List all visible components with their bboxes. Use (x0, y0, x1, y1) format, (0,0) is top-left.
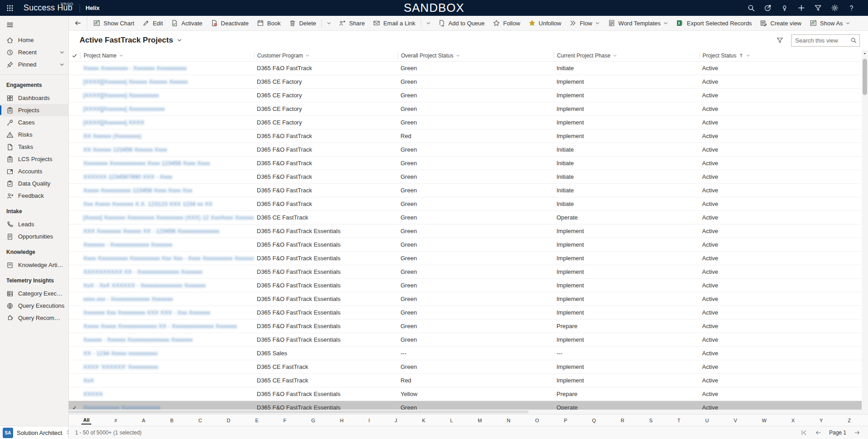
command-button[interactable] (323, 17, 335, 29)
alphabet-letter-button[interactable]: T (675, 417, 682, 424)
table-row[interactable]: [XXXX][Xxxxxxx] Xxxxxxxxxxxx D365 CE Fac… (69, 102, 862, 116)
row-checkbox[interactable] (69, 279, 80, 292)
select-all-checkbox[interactable] (69, 52, 80, 59)
table-row[interactable]: Xxx Xxxxx Xxxxxxx X.X. 123123 XXX 1234 x… (69, 197, 862, 211)
project-name-link[interactable]: [XXXX][Xxxxxxx] Xxxxxxxxxxxx (80, 105, 254, 112)
new-record-icon[interactable] (793, 0, 810, 16)
search-input[interactable] (795, 37, 850, 44)
row-checkbox[interactable] (69, 157, 80, 170)
table-row[interactable]: Xxxxxxx - Xxxxxxxxxxxxx Xxxxxxx D365 F&O… (69, 238, 862, 252)
previous-page-icon[interactable] (815, 429, 822, 436)
command-button[interactable]: Unfollow (524, 17, 566, 29)
table-row[interactable]: XXX Xxxxxxxx Xxxxxx XX - 123456 Xxxxxxxx… (69, 224, 862, 238)
command-button[interactable]: Share (335, 17, 369, 29)
alphabet-letter-button[interactable]: R (619, 417, 626, 424)
area-switcher[interactable]: SA Solution Architect (0, 426, 68, 439)
table-row[interactable]: [Xxxxx] Xxxxxxx Xxxxxxxxx Xxxxxxxxx (XXX… (69, 211, 862, 224)
view-search-box[interactable] (791, 34, 860, 47)
command-button[interactable] (423, 17, 434, 29)
row-checkbox[interactable] (69, 197, 80, 210)
row-checkbox[interactable] (69, 360, 80, 373)
command-button[interactable] (421, 19, 421, 27)
alphabet-letter-button[interactable]: X (790, 417, 797, 424)
vertical-scrollbar[interactable] (862, 50, 868, 414)
alphabet-letter-button[interactable]: G (309, 417, 317, 424)
row-checkbox[interactable] (69, 211, 80, 224)
ideas-icon[interactable] (776, 0, 793, 16)
alphabet-letter-button[interactable]: U (703, 417, 711, 424)
row-checkbox[interactable] (69, 116, 80, 129)
command-button[interactable]: Edit (138, 17, 167, 29)
command-button[interactable]: Book (253, 17, 285, 29)
row-checkbox[interactable] (69, 143, 80, 156)
alphabet-letter-button[interactable]: V (732, 417, 739, 424)
project-name-link[interactable]: XXXXX (80, 391, 254, 397)
alphabet-letter-button[interactable]: Z (846, 417, 853, 424)
horizontal-scrollbar[interactable] (69, 410, 862, 414)
table-row[interactable]: XXXXXXXXXX XX - Xxxxxxxxxxxxxx Xxxxxxx D… (69, 265, 862, 279)
row-checkbox[interactable] (69, 374, 80, 387)
table-row[interactable]: [XXXX][Xxxxxxx] XXXX D365 CE Factory Gre… (69, 116, 862, 129)
alphabet-letter-button[interactable]: D (225, 417, 232, 424)
project-name-link[interactable]: Xxxxxxxx Xxxxxxxxxxxx Xxxx 123456 Xxxx X… (80, 160, 254, 167)
table-row[interactable]: [XXXX][Xxxxxxx] Xxxxxxxxxx D365 CE Facto… (69, 89, 862, 102)
project-name-link[interactable]: Xxxx Xxxxxxxxxx Xxxxxxxxxx Xxx Xxx - Xxx… (80, 255, 254, 262)
project-name-link[interactable]: Xxxxxxx Xxx Xxxxxxxxx XXX XXX - Xxx Xxxx… (80, 309, 254, 316)
alphabet-letter-button[interactable]: M (476, 417, 484, 424)
command-button[interactable]: Show Chart (89, 17, 138, 29)
row-checkbox[interactable] (69, 252, 80, 265)
project-name-link[interactable]: XXXX 'XXXXXX' Xxxxxxxxxx (80, 363, 254, 370)
sidebar-item[interactable]: Recent (0, 46, 68, 58)
project-name-link[interactable]: Xxxxxx - Xxxxxx Xxxxxxxxxxxxxx Xxxxxxx (80, 336, 254, 343)
column-header[interactable]: Current Project Phase (554, 52, 699, 59)
command-button[interactable]: Flow (565, 17, 604, 29)
sidebar-item[interactable]: Home (0, 34, 68, 46)
sidebar-item[interactable]: Category Executions (0, 287, 68, 300)
table-row[interactable]: Xxxxxxx Xxx Xxxxxxxxx XXX XXX - Xxx Xxxx… (69, 306, 862, 320)
alphabet-letter-button[interactable]: H (338, 417, 345, 424)
command-button[interactable]: Follow (489, 17, 524, 29)
project-name-link[interactable]: [Xxxxx] Xxxxxxx Xxxxxxxxx Xxxxxxxxx (XXX… (80, 214, 254, 221)
table-row[interactable]: XXXXXX 1234567890 XXX - Xxxx D365 F&O Fa… (69, 170, 862, 184)
row-checkbox[interactable] (69, 129, 80, 143)
project-name-link[interactable]: XX Xxxxxx 123456 Xxxxxx Xxxx (80, 146, 254, 153)
alphabet-letter-button[interactable]: J (393, 417, 399, 424)
command-button[interactable]: Delete (285, 17, 321, 29)
guided-tasks-icon[interactable] (760, 0, 776, 16)
scroll-up-arrow-icon[interactable] (862, 51, 868, 57)
sidebar-item[interactable]: Opportunities (0, 230, 68, 243)
sidebar-item[interactable]: Query Recommendat... (0, 312, 68, 324)
row-checkbox[interactable] (69, 62, 80, 75)
project-name-link[interactable]: XxX - XxX XXXXXX - Xxxxxxxxxxxxxx Xxxxxx… (80, 282, 254, 289)
alphabet-letter-button[interactable]: K (420, 417, 427, 424)
command-button[interactable] (321, 19, 322, 27)
project-name-link[interactable]: XXXXXX 1234567890 XXX - Xxxx (80, 173, 254, 180)
sidebar-item[interactable]: LCS Projects (0, 153, 68, 165)
project-name-link[interactable]: Xxxxx Xxxxxxxxxx 123456 Xxxx Xxxx Xxx (80, 187, 254, 194)
sidebar-item[interactable]: Data Quality (0, 177, 68, 190)
sidebar-item[interactable]: Risks (0, 129, 68, 141)
project-name-link[interactable]: XX - 1234 Xxxxx xxxxxxxxxx (80, 350, 254, 357)
table-row[interactable]: xxxx.xxx - Xxxxxxxxxxxxx Xxxxxxx D365 F&… (69, 292, 862, 306)
sitemap-collapse-icon[interactable] (0, 16, 20, 34)
horizontal-scrollbar-thumb[interactable] (69, 410, 528, 413)
row-checkbox[interactable] (69, 238, 80, 251)
next-page-icon[interactable] (854, 429, 861, 436)
table-row[interactable]: XX - 1234 Xxxxx xxxxxxxxxx D365 Sales --… (69, 347, 862, 360)
sidebar-item[interactable]: Pinned (0, 58, 68, 71)
row-checkbox[interactable] (69, 224, 80, 238)
command-button[interactable]: Activate (167, 17, 206, 29)
project-name-link[interactable]: xxxx.xxx - Xxxxxxxxxxxxx Xxxxxxx (80, 296, 254, 302)
table-row[interactable]: XxX D365 CE FastTrack Red Implement Acti… (69, 374, 862, 387)
project-name-link[interactable]: Xxxxx Xxxxx Xxxxxxxxxxxxx XX - Xxxxxxxxx… (80, 323, 254, 329)
table-row[interactable]: XxX - XxX XXXXXX - Xxxxxxxxxxxxxx Xxxxxx… (69, 279, 862, 292)
row-checkbox[interactable] (69, 265, 80, 278)
table-row[interactable]: XX Xxxxxx (Xxxxxxxx) D365 F&O FastTrack … (69, 129, 862, 143)
alphabet-letter-button[interactable]: E (254, 417, 260, 424)
app-launcher-waffle-icon[interactable] (0, 0, 20, 16)
column-header[interactable]: Overall Project Status (398, 52, 554, 59)
alphabet-letter-button[interactable]: N (505, 417, 512, 424)
project-name-link[interactable]: XxX (80, 377, 254, 384)
table-row[interactable]: [XXXX][Xxxxxxx] Xxxxxx Xxxxxx Xxxxxx D36… (69, 75, 862, 89)
project-name-link[interactable]: XXXXXXXXXX XX - Xxxxxxxxxxxxxx Xxxxxxx (80, 268, 254, 275)
